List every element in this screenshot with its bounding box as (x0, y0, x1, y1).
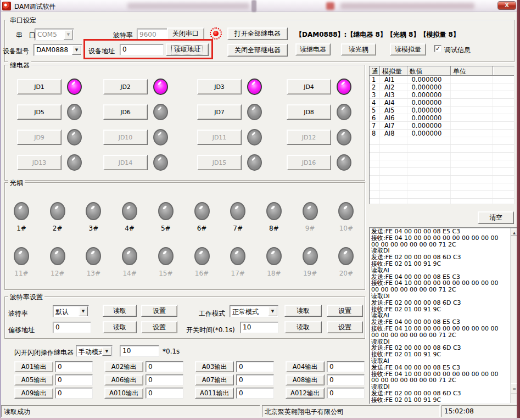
table-row[interactable]: 4AI40.000000 (370, 99, 514, 107)
chevron-down-icon[interactable]: ▼ (64, 30, 73, 40)
table-row[interactable]: 6AI60.000000 (370, 114, 514, 122)
relay-button[interactable]: JD3 (197, 79, 242, 94)
close-port-button[interactable]: 关闭串口 (167, 27, 204, 40)
relay-button[interactable]: JD11 (197, 130, 242, 145)
relay-button[interactable]: JD14 (103, 155, 148, 170)
analog-output-button[interactable]: A08输出 (286, 374, 325, 385)
table-row[interactable] (370, 137, 514, 145)
col-channel[interactable]: 通 (370, 66, 380, 76)
analog-output-button[interactable]: A04输出 (286, 361, 325, 372)
window-edge-left (0, 0, 1, 420)
close-button[interactable]: X (497, 1, 516, 10)
device-model-select[interactable]: DAM0888 ▼ (33, 44, 82, 56)
table-row[interactable]: 7AI70.000000 (370, 122, 514, 130)
offset-read-button[interactable]: 读取 (103, 321, 137, 333)
analog-output-button[interactable]: A07输出 (195, 374, 234, 385)
analog-output-input[interactable]: 0 (327, 388, 365, 399)
read-opto-button[interactable]: 读光耦 (341, 43, 376, 55)
analog-output-button[interactable]: A01输出 (14, 361, 53, 372)
relay-button[interactable]: JD15 (197, 155, 242, 170)
analog-output-input[interactable]: 0 (236, 361, 274, 372)
relay-button[interactable]: JD1 (17, 79, 61, 94)
analog-output-input[interactable]: 0 (55, 361, 93, 372)
analog-output-input[interactable]: 0 (146, 361, 183, 372)
analog-output-input[interactable]: 0 (236, 388, 274, 399)
table-row[interactable] (370, 176, 514, 183)
analog-output-button[interactable]: A05输出 (14, 374, 53, 385)
table-row[interactable] (370, 199, 514, 204)
table-row[interactable]: 5AI50.000000 (370, 107, 514, 114)
baud-set-button[interactable]: 设置 (141, 305, 177, 317)
relay-button[interactable]: JD12 (287, 130, 331, 145)
chevron-down-icon[interactable]: ▼ (268, 306, 277, 316)
table-row[interactable] (370, 191, 514, 199)
table-row[interactable] (370, 145, 514, 153)
analog-output-button[interactable]: A011输出 (195, 388, 234, 399)
analog-output-input[interactable]: 0 (55, 374, 93, 385)
analog-output-input[interactable]: 0 (327, 361, 365, 372)
relay-button[interactable]: JD4 (287, 79, 331, 94)
switch-time-input[interactable]: 10 (240, 322, 278, 333)
analog-output-button[interactable]: A09输出 (14, 388, 53, 399)
relay-button[interactable]: JD6 (103, 104, 148, 120)
relay-button[interactable]: JD9 (17, 130, 61, 145)
com-port-select[interactable]: COM5 ▼ (35, 29, 74, 41)
flash-mode-select[interactable]: 手动模式 ▼ (76, 345, 113, 357)
analog-table[interactable]: 通 模拟量 数值 单位 1AI10.0000002AI20.0000003AI3… (369, 66, 515, 204)
flash-time-input[interactable]: 10 (120, 345, 159, 357)
table-row[interactable]: 3AI30.000000 (370, 91, 514, 99)
work-mode-read-button[interactable]: 读取 (284, 305, 322, 317)
open-all-relays-button[interactable]: 打开全部继电器 (227, 27, 288, 40)
table-row[interactable] (370, 183, 514, 191)
table-row[interactable] (370, 160, 514, 168)
analog-output-button[interactable]: A06输出 (104, 374, 143, 385)
relay-button[interactable]: JD8 (287, 104, 331, 120)
analog-output-input[interactable]: 0 (55, 388, 93, 399)
switch-time-read-button[interactable]: 读取 (284, 321, 322, 333)
read-address-button[interactable]: 读取地址 (166, 43, 209, 56)
chevron-down-icon[interactable]: ▼ (72, 45, 81, 55)
relay-button[interactable]: JD13 (17, 155, 61, 170)
analog-output-input[interactable]: 0 (146, 374, 183, 385)
read-relay-button[interactable]: 读继电器 (295, 43, 331, 55)
table-row[interactable] (370, 168, 514, 176)
baud-read-button[interactable]: 读取 (103, 305, 137, 317)
table-cell (407, 160, 451, 167)
analog-output-button[interactable]: A012输出 (286, 388, 325, 399)
work-mode-set-button[interactable]: 设置 (327, 305, 363, 317)
clear-log-button[interactable]: 清空 (478, 211, 514, 224)
relay-button[interactable]: JD2 (103, 79, 148, 94)
offset-set-button[interactable]: 设置 (141, 321, 177, 333)
title-bar[interactable]: DAM调试软件 X (0, 0, 520, 12)
debug-info-checkbox[interactable]: ✓ (434, 45, 441, 52)
work-mode-select[interactable]: 正常模式 ▼ (230, 305, 278, 317)
table-cell: AI6 (380, 114, 407, 121)
col-extra[interactable] (493, 66, 514, 76)
col-value[interactable]: 数值 (407, 66, 451, 76)
switch-time-set-button[interactable]: 设置 (327, 321, 363, 333)
analog-output-input[interactable]: 0 (327, 374, 365, 385)
analog-output-input[interactable]: 0 (146, 388, 183, 399)
read-analog-button[interactable]: 读模拟量 (390, 43, 426, 55)
col-analog[interactable]: 模拟量 (380, 66, 407, 76)
chevron-down-icon[interactable]: ▼ (102, 346, 111, 356)
relay-button[interactable]: JD16 (287, 155, 331, 170)
table-row[interactable]: 2AI20.000000 (370, 83, 514, 91)
analog-output-input[interactable]: 0 (236, 374, 274, 385)
baud-set-select[interactable]: 默认 ▼ (53, 305, 89, 317)
col-unit[interactable]: 单位 (451, 66, 493, 76)
table-row[interactable]: 8AI80.000000 (370, 130, 514, 137)
relay-button[interactable]: JD7 (197, 104, 242, 120)
table-row[interactable] (370, 153, 514, 160)
device-address-input[interactable]: 0 (120, 44, 164, 55)
close-all-relays-button[interactable]: 关闭全部继电器 (227, 44, 288, 57)
relay-button[interactable]: JD10 (103, 130, 148, 145)
relay-button[interactable]: JD5 (17, 104, 61, 120)
chevron-down-icon[interactable]: ▼ (79, 306, 88, 316)
offset-address-input[interactable]: 0 (53, 322, 91, 333)
analog-output-button[interactable]: A02输出 (104, 361, 143, 372)
table-row[interactable]: 1AI10.000000 (370, 76, 514, 83)
analog-output-button[interactable]: A03输出 (195, 361, 234, 372)
debug-log-box[interactable]: 发送:FE 04 00 00 00 08 E5 C3 接收:FE 04 10 0… (369, 227, 519, 404)
analog-output-button[interactable]: A010输出 (104, 388, 143, 399)
